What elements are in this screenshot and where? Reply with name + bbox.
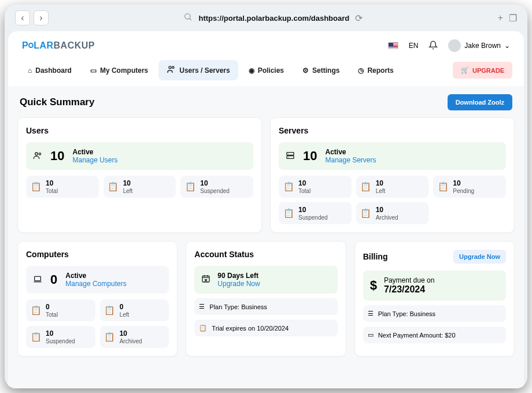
computers-count: 0 xyxy=(50,272,57,287)
home-icon: ⌂ xyxy=(28,66,32,75)
account-title: Account Status xyxy=(194,250,337,259)
billing-card: Billing Upgrade Now $ Payment due on 7/2… xyxy=(354,241,515,357)
users-suspended-stat: 📋10Suspended xyxy=(180,176,253,198)
clipboard-icon: 📋 xyxy=(283,208,294,218)
computers-suspended-stat: 📋10Suspended xyxy=(26,326,95,348)
lang-label[interactable]: EN xyxy=(409,42,419,50)
browser-chrome: ‹ › https://portal.polarbackup.com/dashb… xyxy=(5,5,527,31)
svg-rect-7 xyxy=(287,155,294,158)
svg-point-2 xyxy=(169,66,171,69)
billing-plan-line: ☰Plan Type: Business xyxy=(363,305,506,322)
users-hero-icon xyxy=(33,150,42,163)
clipboard-icon: 📋 xyxy=(31,181,41,192)
logo-backup: BACKUP xyxy=(54,40,95,50)
computers-title: Computers xyxy=(26,250,169,259)
computers-left-stat: 📋0Left xyxy=(100,299,169,321)
upgrade-button[interactable]: 🛒UPGRADE xyxy=(453,62,512,79)
svg-point-4 xyxy=(35,153,38,155)
tab-my-computers[interactable]: ▭My Computers xyxy=(82,62,156,79)
users-total-stat: 📋10Total xyxy=(26,176,99,198)
tab-policies[interactable]: ◉Policies xyxy=(241,62,292,79)
clipboard-icon: 📋 xyxy=(283,181,294,192)
flag-icon xyxy=(388,42,398,49)
logo-o-icon xyxy=(28,43,34,48)
clipboard-icon: 📋 xyxy=(105,332,115,342)
billing-next-line: ▭Next Payment Amount: $20 xyxy=(363,327,506,343)
users-active-label: Active xyxy=(72,148,117,156)
clipboard-icon: 📋 xyxy=(361,208,371,218)
new-tab-icon[interactable]: + xyxy=(498,13,503,24)
account-upgrade-link[interactable]: Upgrade Now xyxy=(217,280,260,288)
forward-button[interactable]: › xyxy=(34,10,49,25)
cash-icon: ▭ xyxy=(368,331,374,339)
computers-active-label: Active xyxy=(65,272,126,280)
account-plan-line: ☰Plan Type: Business xyxy=(194,298,337,315)
users-left-stat: 📋10Left xyxy=(104,176,176,198)
url-text[interactable]: https://portal.polarbackup.com/dashboard xyxy=(198,14,349,23)
reload-icon[interactable]: ⟳ xyxy=(355,13,363,24)
shield-icon: ◉ xyxy=(249,66,254,75)
servers-card: Servers 10 Active Manage Servers 📋10Tota… xyxy=(270,117,515,233)
servers-archived-stat: 📋10Archived xyxy=(356,202,429,224)
clipboard-icon: 📋 xyxy=(31,305,41,316)
logo-p: P xyxy=(22,40,28,50)
list-icon: ☰ xyxy=(368,310,374,317)
servers-suspended-stat: 📋10Suspended xyxy=(279,202,352,224)
billing-upgrade-button[interactable]: Upgrade Now xyxy=(453,250,506,264)
cart-icon: 🛒 xyxy=(461,66,469,74)
clipboard-icon: 📋 xyxy=(108,181,119,192)
servers-title: Servers xyxy=(279,126,506,135)
days-left: 90 Days Left xyxy=(217,272,260,280)
search-icon xyxy=(183,12,193,24)
manage-users-link[interactable]: Manage Users xyxy=(72,156,117,164)
page-title: Quick Summary xyxy=(20,97,94,108)
tab-dashboard[interactable]: ⌂Dashboard xyxy=(20,62,80,79)
payment-due-date: 7/23/2024 xyxy=(384,284,434,295)
clipboard-icon: 📋 xyxy=(105,305,115,316)
servers-total-stat: 📋10Total xyxy=(279,176,352,198)
dollar-icon: $ xyxy=(370,278,377,293)
clock-icon: ◷ xyxy=(358,66,364,75)
back-button[interactable]: ‹ xyxy=(15,10,30,25)
window-copy-icon[interactable]: ❐ xyxy=(509,13,517,24)
billing-title: Billing xyxy=(363,252,388,261)
computers-total-stat: 📋0Total xyxy=(26,299,95,321)
svg-point-3 xyxy=(172,66,174,68)
svg-line-1 xyxy=(190,18,191,20)
svg-rect-6 xyxy=(287,152,294,155)
manage-computers-link[interactable]: Manage Computers xyxy=(65,280,126,288)
users-icon xyxy=(167,65,176,76)
logo-lar: LAR xyxy=(34,40,53,50)
servers-pending-stat: 📋10Pending xyxy=(433,176,506,198)
avatar-icon xyxy=(448,39,461,52)
svg-point-5 xyxy=(39,153,40,154)
download-zoolz-button[interactable]: Download Zoolz xyxy=(448,94,512,110)
bell-icon[interactable] xyxy=(428,40,438,51)
logo[interactable]: PLARBACKUP xyxy=(22,40,95,51)
servers-count: 10 xyxy=(303,149,317,164)
svg-point-0 xyxy=(185,14,190,19)
account-trial-line: 📋Trial expires on 10/20/2024 xyxy=(194,320,337,336)
svg-rect-12 xyxy=(202,276,209,282)
clipboard-icon: 📋 xyxy=(31,332,41,342)
users-title: Users xyxy=(26,126,253,135)
tab-users-servers[interactable]: Users / Servers xyxy=(158,60,238,80)
manage-servers-link[interactable]: Manage Servers xyxy=(325,156,376,164)
tab-settings[interactable]: ⚙Settings xyxy=(294,62,348,79)
server-hero-icon xyxy=(286,150,295,163)
calendar-icon xyxy=(201,274,210,286)
computers-card: Computers 0 Active Manage Computers 📋0To… xyxy=(17,241,178,357)
laptop-hero-icon xyxy=(33,273,42,287)
gear-icon: ⚙ xyxy=(302,66,309,75)
svg-rect-10 xyxy=(35,276,41,280)
list-icon: ☰ xyxy=(199,303,205,310)
servers-active-label: Active xyxy=(325,148,376,156)
clipboard-icon: 📋 xyxy=(199,324,207,332)
chevron-down-icon: ⌄ xyxy=(504,42,510,50)
users-card: Users 10 Active Manage Users 📋10Total 📋1… xyxy=(17,117,262,233)
user-menu[interactable]: Jake Brown ⌄ xyxy=(448,39,510,52)
servers-left-stat: 📋10Left xyxy=(356,176,429,198)
clipboard-icon: 📋 xyxy=(185,181,195,192)
tab-reports[interactable]: ◷Reports xyxy=(350,62,401,79)
laptop-icon: ▭ xyxy=(90,66,97,75)
